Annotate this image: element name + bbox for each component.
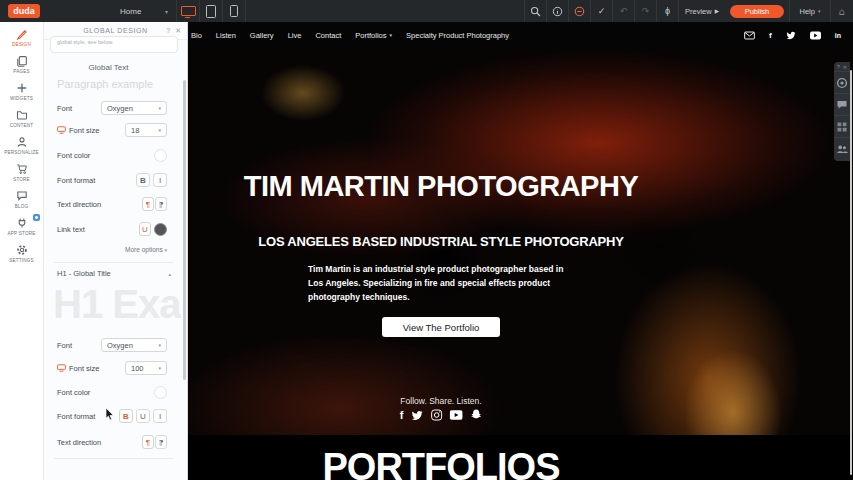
nav-link-portfolios[interactable]: Portfolios ▾ bbox=[355, 31, 392, 40]
publish-button[interactable]: Publish bbox=[730, 5, 784, 18]
redo-button[interactable]: ↷ bbox=[634, 0, 656, 22]
mobile-view-button[interactable] bbox=[222, 0, 246, 22]
sidebar-item-label: APP STORE bbox=[8, 231, 36, 236]
sidebar-item-personalize[interactable]: PERSONALIZE bbox=[0, 132, 43, 159]
check-icon: ✓ bbox=[598, 6, 606, 16]
preview-scrollbar[interactable] bbox=[850, 70, 852, 475]
link-underline-button[interactable]: U bbox=[139, 222, 151, 236]
sidebar-item-design[interactable]: DESIGN bbox=[0, 24, 43, 51]
toolbar-camera-button[interactable] bbox=[834, 71, 850, 93]
ltr-direction-button[interactable]: ¶ bbox=[142, 197, 154, 211]
toolbar-team-button[interactable] bbox=[834, 137, 850, 159]
font-format-label: Font format bbox=[57, 412, 95, 421]
panel-help-button[interactable]: ? bbox=[166, 27, 170, 34]
speech-bubble-icon bbox=[16, 190, 28, 202]
sidebar-item-blog[interactable]: BLOG bbox=[0, 186, 43, 213]
view-portfolio-button[interactable]: View The Portfolio bbox=[382, 317, 500, 337]
youtube-link[interactable] bbox=[810, 31, 821, 40]
help-label: Help bbox=[800, 7, 815, 16]
chevron-down-icon: ▾ bbox=[158, 365, 161, 371]
snapchat-link[interactable] bbox=[469, 409, 482, 421]
duda-editor: duda Home ▾ ✓ ↶ ↷ ϕ Preview bbox=[0, 0, 853, 480]
page-dropdown[interactable]: Home ▾ bbox=[120, 0, 168, 22]
preview-button[interactable]: Preview ▶ bbox=[678, 0, 725, 22]
linkedin-link[interactable]: in bbox=[835, 32, 841, 39]
italic-button[interactable]: I bbox=[153, 173, 167, 187]
twitter-link[interactable] bbox=[410, 410, 423, 421]
team-icon bbox=[836, 143, 848, 155]
link-text-row: Link text U bbox=[57, 222, 167, 236]
font-color-swatch[interactable] bbox=[154, 149, 167, 162]
editor-sidebar: DESIGN PAGES WIDGETS CONTENT PERSONALIZE… bbox=[0, 22, 44, 480]
sidebar-item-content[interactable]: CONTENT bbox=[0, 105, 43, 132]
h1-italic-button[interactable]: I bbox=[153, 409, 167, 423]
undo-button[interactable]: ↶ bbox=[612, 0, 634, 22]
facebook-link[interactable]: f bbox=[769, 31, 772, 40]
nav-link-gallery[interactable]: Gallery bbox=[250, 31, 274, 40]
chevron-up-icon: ▴ bbox=[168, 271, 171, 277]
font-select[interactable]: Oxygen ▾ bbox=[101, 101, 167, 115]
hero-paragraph: Tim Martin is an industrial style produc… bbox=[308, 262, 576, 304]
sidebar-item-app-store[interactable]: APP STORE bbox=[0, 213, 43, 240]
h1-underline-button[interactable]: U bbox=[136, 409, 150, 423]
twitter-link[interactable] bbox=[786, 31, 796, 40]
font-size-value: 18 bbox=[131, 126, 139, 135]
topbar-actions: ✓ ↶ ↷ ϕ Preview ▶ Publish Help ▾ ⌂ bbox=[524, 0, 853, 22]
toolbar-close-button[interactable]: ✕ bbox=[843, 64, 847, 70]
info-button[interactable] bbox=[546, 0, 568, 22]
nav-link-label: Portfolios bbox=[355, 31, 386, 40]
nav-link-contact[interactable]: Contact bbox=[315, 31, 341, 40]
search-button[interactable] bbox=[524, 0, 546, 22]
dnd-status-icon bbox=[574, 6, 585, 17]
tablet-view-button[interactable] bbox=[199, 0, 222, 22]
email-link[interactable] bbox=[744, 31, 755, 40]
dev-mode-button[interactable]: ϕ bbox=[656, 0, 678, 22]
font-size-select[interactable]: 18 ▾ bbox=[125, 123, 167, 137]
saved-indicator[interactable]: ✓ bbox=[590, 0, 612, 22]
dev-mode-icon: ϕ bbox=[665, 6, 670, 16]
sidebar-item-widgets[interactable]: WIDGETS bbox=[0, 78, 43, 105]
font-select-value: Oxygen bbox=[107, 104, 133, 113]
toolbar-comments-button[interactable] bbox=[834, 93, 850, 115]
status-button[interactable] bbox=[568, 0, 590, 22]
link-color-swatch[interactable] bbox=[154, 223, 167, 236]
info-icon bbox=[552, 6, 563, 17]
h1-rtl-direction-button[interactable]: ¶ bbox=[155, 435, 167, 449]
nav-link-bio[interactable]: Bio bbox=[191, 31, 202, 40]
sidebar-item-pages[interactable]: PAGES bbox=[0, 51, 43, 78]
youtube-link[interactable] bbox=[449, 410, 462, 420]
toolbar-help-button[interactable]: ? bbox=[837, 64, 840, 70]
toolbar-sections-button[interactable] bbox=[834, 115, 850, 137]
panel-scrollbar[interactable] bbox=[183, 80, 186, 380]
nav-link-live[interactable]: Live bbox=[288, 31, 302, 40]
h1-font-select[interactable]: Oxygen ▾ bbox=[101, 338, 167, 352]
help-menu[interactable]: Help ▾ bbox=[789, 0, 830, 22]
h1-font-color-swatch[interactable] bbox=[154, 386, 167, 399]
h1-font-size-row: Font size 100 ▾ bbox=[57, 361, 167, 375]
plug-icon bbox=[16, 217, 28, 229]
sidebar-item-store[interactable]: STORE bbox=[0, 159, 43, 186]
facebook-icon: f bbox=[400, 409, 404, 421]
h1-font-size-select[interactable]: 100 ▾ bbox=[125, 361, 167, 375]
more-options-link[interactable]: More options ▾ bbox=[125, 246, 167, 253]
font-color-row: Font color bbox=[57, 148, 167, 162]
chat-icon bbox=[836, 99, 848, 111]
bold-button[interactable]: B bbox=[136, 173, 150, 187]
sidebar-item-settings[interactable]: SETTINGS bbox=[0, 240, 43, 267]
instagram-link[interactable] bbox=[430, 409, 442, 421]
font-color-label: Font color bbox=[57, 388, 90, 397]
sidebar-item-label: STORE bbox=[13, 177, 30, 182]
h1-bold-button[interactable]: B bbox=[119, 409, 133, 423]
nav-link-listen[interactable]: Listen bbox=[216, 31, 236, 40]
facebook-link[interactable]: f bbox=[400, 409, 404, 421]
dashboard-home-button[interactable]: ⌂ bbox=[830, 0, 853, 22]
panel-close-button[interactable]: ✕ bbox=[175, 27, 181, 35]
more-options-label: More options bbox=[125, 246, 163, 253]
h1-section-header[interactable]: H1 - Global Title ▴ bbox=[57, 269, 171, 278]
desktop-view-button[interactable] bbox=[176, 0, 199, 22]
rtl-direction-button[interactable]: ¶ bbox=[155, 197, 167, 211]
device-switcher bbox=[176, 0, 246, 22]
nav-link-specialty[interactable]: Specialty Product Photography bbox=[406, 31, 509, 40]
hero-social-links: f bbox=[400, 409, 483, 421]
h1-ltr-direction-button[interactable]: ¶ bbox=[142, 435, 154, 449]
